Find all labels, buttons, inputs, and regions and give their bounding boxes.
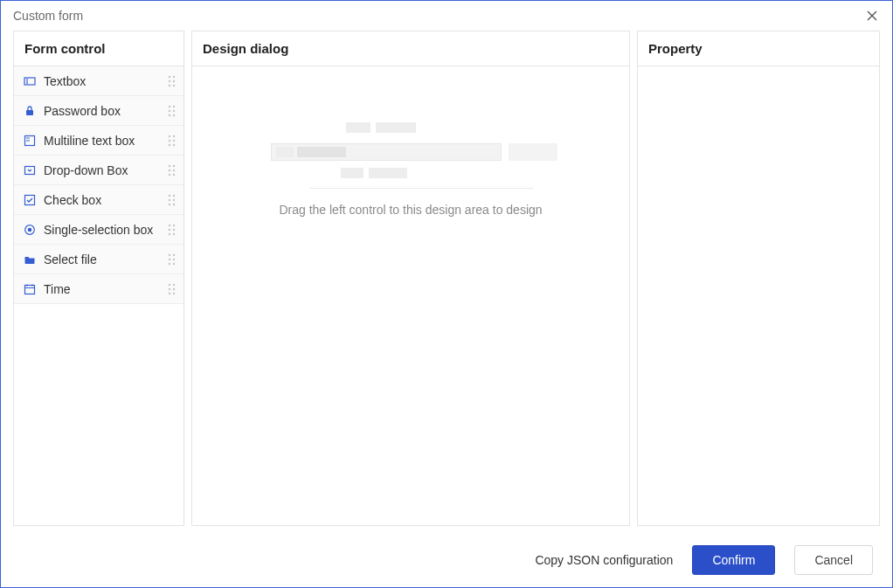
calendar-icon <box>23 282 37 296</box>
svg-point-41 <box>169 232 170 234</box>
svg-point-53 <box>173 287 175 289</box>
radio-icon <box>23 223 37 237</box>
svg-point-44 <box>173 253 175 255</box>
form-control-header: Form control <box>14 31 183 66</box>
svg-rect-28 <box>25 195 35 204</box>
svg-point-54 <box>169 292 170 294</box>
custom-form-window: Custom form Form control Textbox <box>0 0 893 588</box>
svg-point-4 <box>173 80 175 81</box>
svg-point-16 <box>173 135 175 136</box>
svg-point-36 <box>28 227 32 232</box>
svg-point-17 <box>169 139 170 141</box>
svg-point-52 <box>169 287 170 289</box>
window-title: Custom form <box>13 9 83 23</box>
dialog-footer: Copy JSON configuration Confirm Cancel <box>1 533 892 587</box>
cancel-button[interactable]: Cancel <box>794 545 873 575</box>
svg-point-47 <box>169 262 170 264</box>
copy-json-link[interactable]: Copy JSON configuration <box>535 553 673 567</box>
svg-point-55 <box>173 292 175 294</box>
drag-handle-icon[interactable] <box>168 135 177 147</box>
svg-point-11 <box>173 109 175 111</box>
folder-icon <box>23 252 37 266</box>
textbox-icon <box>23 74 37 88</box>
svg-point-39 <box>169 228 170 230</box>
svg-point-37 <box>169 224 170 225</box>
control-item-checkbox[interactable]: Check box <box>14 185 183 215</box>
multiline-icon <box>23 134 37 148</box>
svg-point-19 <box>169 143 170 145</box>
svg-point-43 <box>169 253 170 255</box>
svg-point-2 <box>173 75 175 77</box>
svg-point-22 <box>169 164 170 166</box>
control-item-radio[interactable]: Single-selection box <box>14 215 183 245</box>
svg-point-26 <box>169 173 170 175</box>
titlebar: Custom form <box>1 1 892 31</box>
svg-rect-0 <box>24 78 35 85</box>
svg-point-30 <box>173 194 175 196</box>
svg-point-27 <box>173 173 175 175</box>
svg-point-40 <box>173 228 175 230</box>
svg-point-33 <box>169 203 170 204</box>
control-item-password[interactable]: Password box <box>14 96 183 126</box>
control-item-label: Multiline text box <box>44 134 135 148</box>
control-item-label: Textbox <box>44 74 86 88</box>
property-panel: Property <box>637 31 880 526</box>
form-control-list: Textbox Password box M <box>14 66 183 304</box>
form-control-panel: Form control Textbox Password <box>13 31 184 526</box>
dialog-body: Form control Textbox Password <box>1 31 892 533</box>
confirm-button[interactable]: Confirm <box>692 545 775 575</box>
drag-handle-icon[interactable] <box>168 253 177 266</box>
drag-handle-icon[interactable] <box>168 194 177 206</box>
svg-point-13 <box>173 114 175 115</box>
design-panel-header: Design dialog <box>192 31 629 66</box>
svg-point-8 <box>169 105 170 107</box>
svg-point-18 <box>173 139 175 141</box>
design-canvas[interactable]: Drag the left control to this design are… <box>192 66 629 525</box>
drag-handle-icon[interactable] <box>168 283 177 295</box>
svg-rect-7 <box>26 110 33 115</box>
svg-point-45 <box>169 258 170 259</box>
control-item-multiline[interactable]: Multiline text box <box>14 126 183 156</box>
placeholder-illustration <box>271 122 550 185</box>
svg-rect-49 <box>25 285 35 294</box>
control-item-label: Time <box>44 282 71 296</box>
svg-point-46 <box>173 258 175 259</box>
lock-icon <box>23 104 37 118</box>
svg-point-3 <box>169 80 170 81</box>
checkbox-icon <box>23 193 37 207</box>
svg-rect-21 <box>25 166 35 174</box>
drag-handle-icon[interactable] <box>168 105 177 117</box>
design-placeholder-text: Drag the left control to this design are… <box>279 203 542 217</box>
close-icon[interactable] <box>862 6 882 25</box>
design-placeholder: Drag the left control to this design are… <box>192 66 629 217</box>
svg-point-10 <box>169 109 170 111</box>
control-item-label: Select file <box>44 252 97 266</box>
design-panel: Design dialog Drag the left control to t… <box>191 31 630 526</box>
drag-handle-icon[interactable] <box>168 75 177 87</box>
svg-point-5 <box>169 84 170 86</box>
drag-handle-icon[interactable] <box>168 164 177 176</box>
svg-point-32 <box>173 198 175 200</box>
property-panel-body <box>638 66 879 525</box>
form-control-list-wrap: Textbox Password box M <box>14 66 183 525</box>
control-item-dropdown[interactable]: Drop-down Box <box>14 156 183 185</box>
svg-point-23 <box>173 164 175 166</box>
svg-point-9 <box>173 105 175 107</box>
drag-handle-icon[interactable] <box>168 224 177 236</box>
svg-point-25 <box>173 169 175 170</box>
control-item-label: Check box <box>44 193 101 207</box>
svg-point-24 <box>169 169 170 170</box>
svg-point-15 <box>169 135 170 136</box>
dropdown-icon <box>23 163 37 177</box>
svg-point-1 <box>169 75 170 77</box>
svg-point-51 <box>173 283 175 285</box>
svg-point-50 <box>169 283 170 285</box>
svg-point-34 <box>173 203 175 204</box>
svg-point-12 <box>169 114 170 115</box>
control-item-textbox[interactable]: Textbox <box>14 66 183 96</box>
control-item-time[interactable]: Time <box>14 274 183 304</box>
control-item-selectfile[interactable]: Select file <box>14 245 183 274</box>
control-item-label: Drop-down Box <box>44 163 128 177</box>
property-panel-header: Property <box>638 31 879 66</box>
svg-point-29 <box>169 194 170 196</box>
